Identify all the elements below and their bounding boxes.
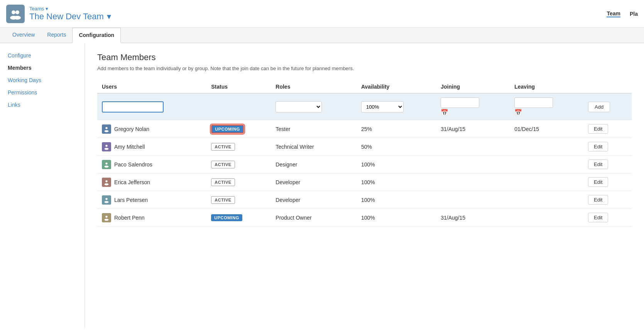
role-value: Developer — [276, 197, 300, 203]
availability-cell: 50% — [357, 138, 436, 156]
joining-calendar-icon[interactable]: 📅 — [441, 109, 505, 116]
availability-value: 100% — [361, 179, 375, 185]
edit-button[interactable]: Edit — [588, 213, 608, 222]
sidebar-item-permissions[interactable]: Permissions — [0, 86, 85, 99]
edit-button[interactable]: Edit — [588, 160, 608, 169]
leaving-cell — [510, 191, 583, 209]
svg-point-1 — [15, 10, 19, 14]
status-cell: UPCOMING — [206, 209, 271, 227]
user-avatar — [102, 213, 111, 222]
add-joining-cell: 📅 — [436, 93, 510, 120]
app-name[interactable]: Teams — [29, 6, 44, 12]
sidebar-item-configure[interactable]: Configure — [0, 49, 85, 62]
team-dropdown-arrow[interactable]: ▾ — [107, 12, 111, 22]
svg-point-12 — [105, 198, 107, 200]
user-name-cell: Amy Mitchell — [97, 138, 206, 156]
joining-date-input[interactable] — [441, 97, 479, 108]
user-cell: Paco Salendros — [102, 160, 202, 169]
svg-point-10 — [105, 180, 107, 182]
sidebar-item-links[interactable]: Links — [0, 99, 85, 111]
role-value: Product Owner — [276, 215, 311, 221]
tab-overview[interactable]: Overview — [6, 28, 41, 43]
role-value: Developer — [276, 179, 300, 185]
app-icon — [6, 5, 25, 23]
svg-point-5 — [105, 130, 109, 132]
edit-button[interactable]: Edit — [588, 142, 608, 151]
availability-value: 25% — [361, 126, 372, 132]
svg-point-0 — [12, 10, 15, 14]
role-value: Tester — [276, 126, 290, 132]
user-name: Amy Mitchell — [114, 144, 145, 150]
role-cell: Developer — [271, 191, 357, 209]
col-header-joining: Joining — [436, 81, 510, 93]
col-header-leaving: Leaving — [510, 81, 583, 93]
add-leaving-cell: 📅 — [510, 93, 583, 120]
edit-button[interactable]: Edit — [588, 195, 608, 205]
col-header-actions — [583, 81, 632, 93]
header-plan-link[interactable]: Pla — [630, 11, 638, 17]
joining-cell — [436, 156, 510, 173]
user-avatar — [102, 124, 111, 134]
user-name-cell: Gregory Nolan — [97, 120, 206, 138]
user-cell: Robert Penn — [102, 213, 202, 222]
leaving-cell — [510, 138, 583, 156]
role-cell: Product Owner — [271, 209, 357, 227]
user-input[interactable] — [102, 101, 164, 113]
status-cell: ACTIVE — [206, 156, 271, 173]
user-cell: Lars Petersen — [102, 195, 202, 205]
tab-reports[interactable]: Reports — [41, 28, 72, 43]
app-name-row: Teams ▾ — [29, 6, 607, 12]
sidebar-item-working-days[interactable]: Working Days — [0, 74, 85, 86]
leaving-cell — [510, 156, 583, 173]
main-content: Team Members Add members to the team ind… — [85, 43, 644, 328]
status-badge: UPCOMING — [211, 125, 244, 133]
leaving-calendar-icon[interactable]: 📅 — [514, 109, 579, 116]
leaving-date-wrapper: 📅 — [514, 97, 579, 116]
availability-select[interactable]: 100% 75% 50% 25% — [361, 101, 404, 113]
user-avatar — [102, 160, 111, 169]
svg-point-9 — [105, 165, 109, 167]
add-member-row: 100% 75% 50% 25% 📅 — [97, 93, 632, 120]
team-name[interactable]: The New Dev Team — [29, 12, 104, 22]
edit-button[interactable]: Edit — [588, 177, 608, 187]
col-header-status: Status — [206, 81, 271, 93]
user-cell: Gregory Nolan — [102, 124, 202, 134]
joining-cell — [436, 191, 510, 209]
sidebar: Configure Members Working Days Permissio… — [0, 43, 85, 328]
add-button[interactable]: Add — [588, 102, 610, 112]
page-title: Team Members — [97, 52, 632, 62]
joining-date-wrapper: 📅 — [441, 97, 505, 116]
status-badge: UPCOMING — [211, 214, 242, 221]
add-roles-cell — [271, 93, 357, 120]
edit-cell: Edit — [583, 120, 632, 138]
sidebar-item-members[interactable]: Members — [0, 62, 85, 74]
leaving-date-input[interactable] — [514, 97, 553, 108]
user-name-cell: Erica Jefferson — [97, 173, 206, 191]
joining-cell: 31/Aug/15 — [436, 209, 510, 227]
svg-point-7 — [105, 148, 109, 150]
user-cell: Amy Mitchell — [102, 142, 202, 151]
add-action-cell: Add — [583, 93, 632, 120]
availability-cell: 25% — [357, 120, 436, 138]
svg-point-8 — [105, 162, 107, 164]
table-row: Robert Penn UPCOMING Product Owner 100% … — [97, 209, 632, 227]
joining-cell: 31/Aug/15 — [436, 120, 510, 138]
header-text: Teams ▾ The New Dev Team ▾ — [29, 6, 607, 22]
page-subtitle: Add members to the team individually or … — [97, 66, 632, 71]
app-name-dropdown-arrow[interactable]: ▾ — [46, 6, 48, 12]
availability-value: 100% — [361, 197, 375, 203]
availability-cell: 100% — [357, 156, 436, 173]
edit-button[interactable]: Edit — [588, 124, 608, 134]
tab-configuration[interactable]: Configuration — [72, 28, 121, 43]
joining-cell — [436, 173, 510, 191]
roles-select[interactable] — [276, 101, 322, 113]
leaving-cell — [510, 209, 583, 227]
availability-cell: 100% — [357, 209, 436, 227]
svg-point-6 — [105, 144, 107, 146]
svg-point-4 — [105, 127, 107, 129]
role-value: Technical Writer — [276, 144, 314, 150]
team-name-row: The New Dev Team ▾ — [29, 12, 607, 22]
user-name: Lars Petersen — [114, 197, 148, 203]
user-name: Robert Penn — [114, 215, 145, 221]
header-team-link[interactable]: Team — [607, 10, 620, 17]
